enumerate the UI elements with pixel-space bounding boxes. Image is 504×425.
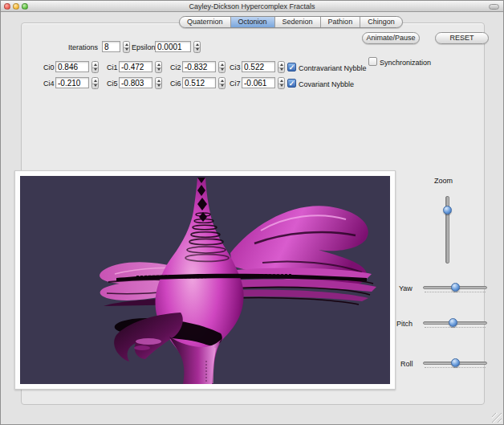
- synchronization-label: Synchronization: [380, 59, 431, 67]
- ci5-field[interactable]: [119, 77, 152, 88]
- yaw-slider-label: Yaw: [399, 284, 413, 292]
- epsilon-label: Epsilon: [132, 43, 156, 51]
- app-window: Cayley-Dickson Hypercomplex Fractals Qua…: [0, 0, 504, 425]
- ci0-stepper[interactable]: [91, 61, 99, 73]
- ci2-label: Ci2: [170, 63, 181, 72]
- title-bar[interactable]: Cayley-Dickson Hypercomplex Fractals: [1, 1, 503, 12]
- pitch-slider-label: Pitch: [396, 320, 413, 328]
- roll-slider-ticks: [425, 367, 486, 368]
- pitch-slider-thumb[interactable]: [449, 318, 457, 327]
- iterations-field[interactable]: [102, 41, 120, 52]
- synchronization-checkbox[interactable]: [368, 57, 377, 66]
- ci2-field[interactable]: [182, 61, 216, 72]
- fractal-viewport[interactable]: [20, 176, 390, 384]
- ci3-label: Ci3: [230, 63, 241, 72]
- ci2-stepper[interactable]: [218, 61, 226, 73]
- ci7-label: Ci7: [230, 80, 241, 88]
- resize-grip[interactable]: [492, 413, 502, 423]
- epsilon-field[interactable]: [155, 41, 191, 52]
- iterations-label: Iterations: [68, 43, 98, 51]
- epsilon-stepper[interactable]: [193, 41, 201, 53]
- covariant-nybble-label: Covariant Nybble: [299, 80, 354, 88]
- ci4-stepper[interactable]: [91, 77, 99, 89]
- tab-quaternion[interactable]: Quaternion: [180, 17, 230, 27]
- render-frame: [14, 170, 396, 390]
- animate-pause-button[interactable]: Animate/Pause: [362, 32, 420, 44]
- ci0-field[interactable]: [55, 61, 89, 72]
- yaw-slider-thumb[interactable]: [451, 283, 460, 292]
- reset-button[interactable]: RESET: [435, 32, 489, 44]
- window-title: Cayley-Dickson Hypercomplex Fractals: [1, 1, 503, 12]
- zoom-slider-thumb[interactable]: [443, 206, 452, 215]
- ci4-field[interactable]: [55, 77, 89, 88]
- ci7-field[interactable]: [242, 77, 275, 88]
- roll-slider-thumb[interactable]: [451, 358, 460, 367]
- ci6-stepper[interactable]: [218, 77, 226, 89]
- ci5-label: Ci5: [107, 80, 118, 88]
- ci7-stepper[interactable]: [278, 77, 285, 89]
- ci6-field[interactable]: [182, 77, 216, 88]
- contravariant-nybble-label: Contravariant Nybble: [299, 64, 367, 72]
- covariant-nybble-checkbox[interactable]: [287, 79, 296, 88]
- roll-slider-label: Roll: [400, 360, 413, 368]
- ci1-field[interactable]: [119, 61, 152, 72]
- ci5-stepper[interactable]: [155, 77, 162, 89]
- tab-sedenion[interactable]: Sedenion: [274, 17, 320, 27]
- ci4-label: Ci4: [43, 80, 55, 88]
- fractal-render: [20, 176, 390, 384]
- tab-chingon[interactable]: Chingon: [360, 17, 402, 27]
- yaw-slider-ticks: [425, 292, 486, 292]
- zoom-slider-label: Zoom: [434, 177, 453, 185]
- fractal-type-tabs: Quaternion Octonion Sedenion Pathion Chi…: [179, 16, 403, 28]
- tab-pathion[interactable]: Pathion: [320, 17, 360, 27]
- ci3-field[interactable]: [242, 61, 275, 72]
- ci0-label: Ci0: [43, 63, 55, 72]
- ci1-stepper[interactable]: [155, 61, 162, 73]
- tab-octonion[interactable]: Octonion: [230, 17, 274, 27]
- ci1-label: Ci1: [107, 63, 118, 72]
- ci3-stepper[interactable]: [278, 61, 285, 73]
- pitch-slider-ticks: [425, 327, 486, 328]
- contravariant-nybble-checkbox[interactable]: [287, 63, 296, 72]
- iterations-stepper[interactable]: [123, 41, 130, 53]
- ci6-label: Ci6: [170, 80, 181, 88]
- toolbar-toggle-button[interactable]: [489, 4, 499, 10]
